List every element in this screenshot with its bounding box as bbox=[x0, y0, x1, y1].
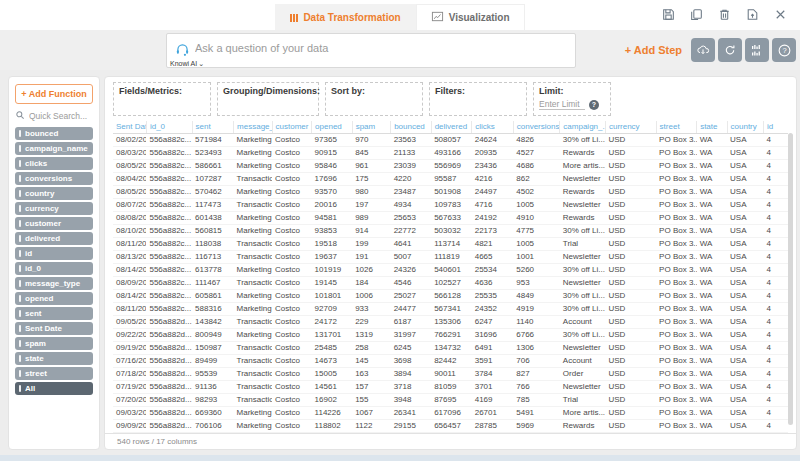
table-cell: 556a882c... bbox=[146, 237, 192, 250]
table-cell: Newsletter bbox=[560, 341, 606, 354]
table-cell: Newsletter bbox=[560, 172, 606, 185]
column-header[interactable]: conversions bbox=[513, 121, 560, 133]
column-header[interactable]: currency bbox=[605, 121, 656, 133]
sort-by-dropzone[interactable]: Sort by: bbox=[325, 82, 423, 116]
column-header[interactable]: customer bbox=[272, 121, 312, 133]
table-cell: 4502 bbox=[513, 185, 560, 198]
download-button[interactable] bbox=[691, 38, 715, 62]
table-cell: Costco bbox=[272, 276, 312, 289]
help-button[interactable]: ? bbox=[772, 38, 796, 62]
fields-metrics-dropzone[interactable]: Fields/Metrics: bbox=[113, 82, 211, 116]
table-cell: Costco bbox=[272, 406, 312, 419]
column-header[interactable]: id bbox=[764, 121, 788, 133]
column-header[interactable]: campaign_... bbox=[560, 121, 606, 133]
tab-visualization[interactable]: Visualization bbox=[416, 4, 525, 30]
table-cell: 785 bbox=[513, 393, 560, 406]
table-cell: 95846 bbox=[312, 159, 353, 172]
table-cell: Costco bbox=[272, 393, 312, 406]
field-pill[interactable]: spam bbox=[15, 337, 93, 350]
bar-chart-icon bbox=[750, 43, 764, 57]
column-header[interactable]: message_t... bbox=[234, 121, 273, 133]
column-header[interactable]: delivered bbox=[431, 121, 472, 133]
field-pill[interactable]: id bbox=[15, 247, 93, 260]
table-cell: USA bbox=[727, 302, 763, 315]
table-cell: Rewards bbox=[560, 419, 606, 432]
table-row: 08/05/202...556a882c...586661MarketingCo… bbox=[113, 159, 788, 172]
column-header[interactable]: country bbox=[727, 121, 763, 133]
add-step-button[interactable]: + Add Step bbox=[625, 44, 682, 56]
field-pill[interactable]: street bbox=[15, 367, 93, 380]
add-function-button[interactable]: + Add Function bbox=[15, 84, 93, 104]
drag-handle-icon bbox=[19, 190, 21, 197]
column-header[interactable]: sent bbox=[192, 121, 234, 133]
field-pill[interactable]: id_0 bbox=[15, 262, 93, 275]
table-cell: WA bbox=[697, 211, 727, 224]
quick-search[interactable] bbox=[15, 107, 93, 125]
table-cell: 4849 bbox=[513, 289, 560, 302]
field-pill[interactable]: clicks bbox=[15, 157, 93, 170]
field-pill[interactable]: message_type bbox=[15, 277, 93, 290]
save-button[interactable] bbox=[661, 6, 678, 23]
column-header[interactable]: street bbox=[656, 121, 697, 133]
vertical-scrollbar[interactable] bbox=[788, 133, 793, 425]
data-grid-panel: Fields/Metrics: Grouping/Dimensions: Sor… bbox=[104, 76, 797, 450]
column-header[interactable]: state bbox=[697, 121, 727, 133]
field-pill[interactable]: state bbox=[15, 352, 93, 365]
table-cell: 25534 bbox=[472, 263, 514, 276]
field-pill[interactable]: bounced bbox=[15, 127, 93, 140]
preview-data-button[interactable] bbox=[745, 38, 769, 62]
field-pill[interactable]: sent bbox=[15, 307, 93, 320]
search-input[interactable] bbox=[195, 38, 555, 58]
table-row: 08/13/202...556a882c...116713Transactio.… bbox=[113, 250, 788, 263]
table-cell: USD bbox=[605, 328, 656, 341]
table-cell: 4665 bbox=[472, 250, 514, 263]
column-header[interactable]: opened bbox=[312, 121, 353, 133]
table-cell: 556a882d... bbox=[146, 367, 192, 380]
column-header[interactable]: bounced bbox=[391, 121, 432, 133]
field-pill-label: clicks bbox=[25, 159, 47, 168]
grouping-dimensions-dropzone[interactable]: Grouping/Dimensions: bbox=[217, 82, 319, 116]
table-cell: PO Box 3... bbox=[656, 263, 697, 276]
drag-handle-icon bbox=[19, 265, 21, 272]
reset-button[interactable] bbox=[718, 38, 742, 62]
table-cell: 08/02/202... bbox=[113, 133, 146, 146]
column-header[interactable]: id_0 bbox=[146, 121, 192, 133]
headset-icon bbox=[174, 41, 191, 62]
delete-button[interactable] bbox=[717, 6, 734, 23]
table-cell: 503032 bbox=[431, 224, 472, 237]
column-header[interactable]: clicks bbox=[472, 121, 514, 133]
table-cell: USD bbox=[605, 315, 656, 328]
column-header[interactable]: spam bbox=[352, 121, 391, 133]
field-pill[interactable]: All bbox=[15, 382, 93, 395]
knowi-ai-dropdown[interactable]: Knowi AI bbox=[170, 60, 204, 67]
export-button[interactable] bbox=[745, 6, 762, 23]
table-cell: 5969 bbox=[513, 419, 560, 432]
column-header[interactable]: Sent Date bbox=[113, 121, 146, 133]
field-pill[interactable]: opened bbox=[15, 292, 93, 305]
table-cell: Transactio... bbox=[234, 341, 273, 354]
field-pill[interactable]: delivered bbox=[15, 232, 93, 245]
field-pill[interactable]: country bbox=[15, 187, 93, 200]
table-cell: 4910 bbox=[513, 211, 560, 224]
table-cell: 6187 bbox=[391, 315, 432, 328]
filters-dropzone[interactable]: Filters: bbox=[429, 82, 527, 116]
limit-input[interactable] bbox=[539, 99, 585, 110]
table-cell: Transactio... bbox=[234, 250, 273, 263]
table-cell: 3894 bbox=[391, 367, 432, 380]
field-pill[interactable]: conversions bbox=[15, 172, 93, 185]
table-cell: 1005 bbox=[513, 198, 560, 211]
field-pill[interactable]: Sent Date bbox=[15, 322, 93, 335]
table-cell: 199 bbox=[352, 237, 391, 250]
quick-search-input[interactable] bbox=[29, 111, 93, 121]
ai-search-box[interactable]: Knowi AI bbox=[166, 33, 576, 68]
field-pill[interactable]: currency bbox=[15, 202, 93, 215]
question-icon[interactable] bbox=[589, 100, 599, 110]
tab-data-transformation[interactable]: Data Transformation bbox=[275, 4, 415, 30]
table-row: 08/09/202...556a882c...111467Transactio.… bbox=[113, 276, 788, 289]
close-button[interactable] bbox=[773, 6, 790, 23]
table-cell: 588316 bbox=[192, 302, 234, 315]
table-cell: WA bbox=[697, 341, 727, 354]
duplicate-button[interactable] bbox=[689, 6, 706, 23]
field-pill[interactable]: campaign_name bbox=[15, 142, 93, 155]
field-pill[interactable]: customer bbox=[15, 217, 93, 230]
